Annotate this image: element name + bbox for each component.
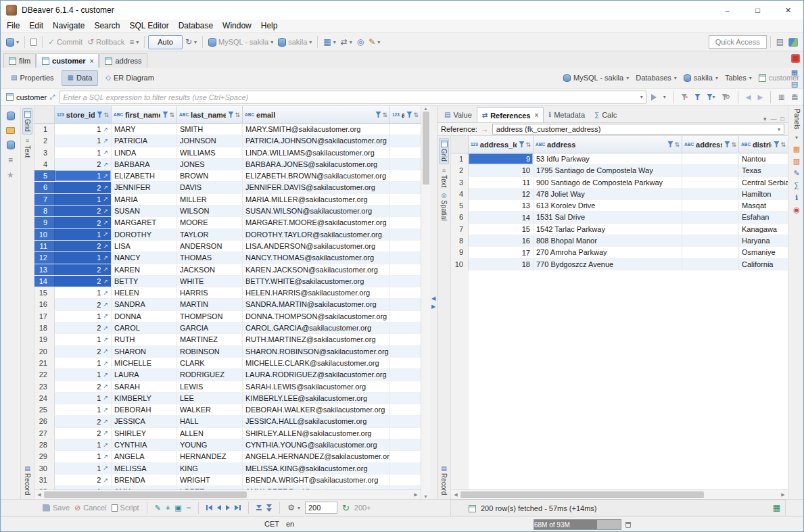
reference-grid-body[interactable]: 1953 Idfu ParkwayNantou2101795 Santiago … — [451, 153, 788, 270]
sort-icon[interactable]: ⇅ — [731, 141, 736, 148]
cell-last-name[interactable]: MARTINEZ — [177, 334, 243, 345]
cell-first-name[interactable]: SARAH — [112, 381, 177, 392]
row-number[interactable]: 8 — [34, 205, 55, 216]
fk-link-icon[interactable]: ↗ — [103, 266, 108, 272]
fk-link-icon[interactable]: ↗ — [103, 454, 108, 460]
cell-email[interactable]: LINDA.WILLIAMS@sakilacustomer.org — [243, 147, 390, 158]
cell-last-name[interactable]: HARRIS — [177, 287, 243, 298]
cell-store-id[interactable]: 1↗ — [55, 311, 112, 322]
row-number[interactable]: 6 — [451, 212, 469, 222]
fk-link-icon[interactable]: ↗ — [103, 290, 108, 296]
minimized-view-icon[interactable]: ▦ — [791, 69, 798, 76]
cell-address[interactable]: 770 Bydgoszcz Avenue — [534, 259, 682, 270]
result-table-label[interactable]: customer⤢ — [4, 93, 57, 101]
fk-link-icon[interactable]: ↗ — [103, 430, 108, 436]
fk-link-icon[interactable]: ↗ — [103, 279, 108, 285]
cell-first-name[interactable]: KIMBERLY — [112, 393, 177, 404]
panel-toggle-calc-icon[interactable]: ∑ — [794, 182, 799, 189]
row-number[interactable]: 17 — [34, 311, 55, 322]
cell-active[interactable] — [390, 416, 421, 427]
fetch-next-page-button[interactable] — [256, 505, 262, 510]
chevron-down-icon[interactable]: ▾ — [795, 135, 798, 141]
cell-last-name[interactable]: GARCIA — [177, 322, 243, 333]
duplicate-row-button[interactable]: ▣ — [174, 504, 181, 512]
menu-database[interactable]: Database — [174, 20, 218, 32]
cell-active[interactable] — [390, 393, 421, 404]
cell-email[interactable]: BRENDA.WRIGHT@sakilacustomer.org — [243, 475, 390, 485]
cell-active[interactable] — [390, 252, 421, 263]
fk-link-icon[interactable]: ↗ — [103, 395, 108, 401]
cell-address[interactable]: 53 Idfu Parkway — [534, 153, 682, 164]
perspective-grid-button[interactable]: ▤ — [774, 34, 786, 49]
cell-active[interactable] — [390, 182, 421, 193]
cell-email[interactable]: RUTH.MARTINEZ@sakilacustomer.org — [243, 334, 390, 345]
filter-menu-button[interactable]: ▾ — [661, 91, 668, 104]
cell-last-name[interactable]: ANDERSON — [177, 241, 243, 251]
erase-filter-button[interactable]: × — [680, 91, 690, 104]
fetch-all-rows-button[interactable] — [266, 504, 272, 512]
cell-store-id[interactable]: 2↗ — [55, 205, 112, 216]
panel-toggle-grid-icon[interactable]: ▦ — [793, 145, 800, 153]
cell-store-id[interactable]: 1↗ — [55, 463, 112, 474]
cell-store-id[interactable]: 2↗ — [55, 217, 112, 228]
fk-link-icon[interactable]: ↗ — [103, 231, 108, 237]
cell-district[interactable]: California — [739, 259, 788, 270]
cell-active[interactable] — [390, 475, 421, 485]
filter-input[interactable] — [63, 93, 640, 101]
sort-icon[interactable]: ⇅ — [382, 112, 387, 118]
cell-store-id[interactable]: 2↗ — [55, 241, 112, 251]
cell-address-id[interactable]: 11 — [469, 177, 534, 188]
auto-commit-toggle[interactable]: Auto — [148, 35, 183, 49]
cell-last-name[interactable]: THOMAS — [177, 252, 243, 263]
script-button[interactable]: Script — [112, 504, 139, 512]
record-mode-tab[interactable]: ▤Record — [24, 466, 31, 495]
result-settings-button[interactable]: ⚙▾ — [287, 504, 300, 512]
cell-first-name[interactable]: ANGELA — [112, 451, 177, 462]
cell-email[interactable]: MICHELLE.CLARK@sakilacustomer.org — [243, 358, 390, 368]
close-tab-icon[interactable]: × — [90, 57, 94, 65]
menu-navigate[interactable]: Navigate — [48, 20, 89, 32]
cell-address2[interactable] — [682, 153, 739, 164]
scrollbar-thumb[interactable] — [460, 491, 704, 498]
cell-active[interactable] — [390, 322, 421, 333]
cell-district[interactable]: Central Serbia — [739, 177, 788, 188]
cell-address2[interactable] — [682, 200, 739, 211]
cell-store-id[interactable]: 2↗ — [55, 264, 112, 275]
cell-store-id[interactable]: 2↗ — [55, 416, 112, 427]
row-number[interactable]: 26 — [34, 416, 55, 427]
cell-email[interactable]: SHARON.ROBINSON@sakilacustomer.org — [243, 346, 390, 357]
edit-value-button[interactable]: ✎ — [155, 504, 161, 512]
row-number[interactable]: 1 — [34, 124, 55, 135]
column-header-first_name[interactable]: ABCfirst_name⇅ — [112, 106, 177, 123]
ref-spatial-mode-tab[interactable]: ◎Spatial — [440, 191, 448, 223]
cell-store-id[interactable]: 1↗ — [55, 147, 112, 158]
refresh-button[interactable]: ↻▾ — [183, 34, 199, 49]
cell-first-name[interactable]: MARY — [112, 124, 177, 135]
cell-active[interactable] — [390, 194, 421, 205]
cell-first-name[interactable]: MARGARET — [112, 217, 177, 228]
rollback-button[interactable]: ↺Rollback — [85, 34, 126, 49]
fk-link-icon[interactable]: ↗ — [103, 313, 108, 319]
cell-store-id[interactable]: 1↗ — [55, 334, 112, 345]
cell-active[interactable] — [390, 229, 421, 240]
cell-last-name[interactable]: MARTIN — [177, 299, 243, 310]
row-number[interactable]: 16 — [34, 299, 55, 310]
cell-active[interactable] — [390, 217, 421, 228]
cell-last-name[interactable]: ROBINSON — [177, 346, 243, 357]
panel-toggle-value-icon[interactable]: ✎ — [793, 170, 799, 177]
cell-last-name[interactable]: RODRIGUEZ — [177, 369, 243, 380]
cell-address-id[interactable]: 18 — [469, 259, 534, 270]
fk-link-icon[interactable]: ↗ — [103, 348, 108, 354]
panel-tab-references[interactable]: ⇄References× — [477, 107, 544, 122]
sort-icon[interactable]: ⇅ — [413, 112, 419, 118]
row-number[interactable]: 31 — [34, 475, 55, 485]
row-number[interactable]: 6 — [34, 182, 55, 193]
garbage-collect-icon[interactable] — [625, 522, 631, 528]
menu-help[interactable]: Help — [256, 20, 283, 32]
row-number[interactable]: 15 — [34, 287, 55, 298]
ref-grid-mode-tab[interactable]: Grid — [439, 138, 449, 164]
menu-file[interactable]: File — [2, 20, 24, 32]
cell-last-name[interactable]: BROWN — [177, 170, 243, 181]
cell-store-id[interactable]: 1↗ — [55, 451, 112, 462]
save-button[interactable]: Save — [43, 504, 70, 512]
